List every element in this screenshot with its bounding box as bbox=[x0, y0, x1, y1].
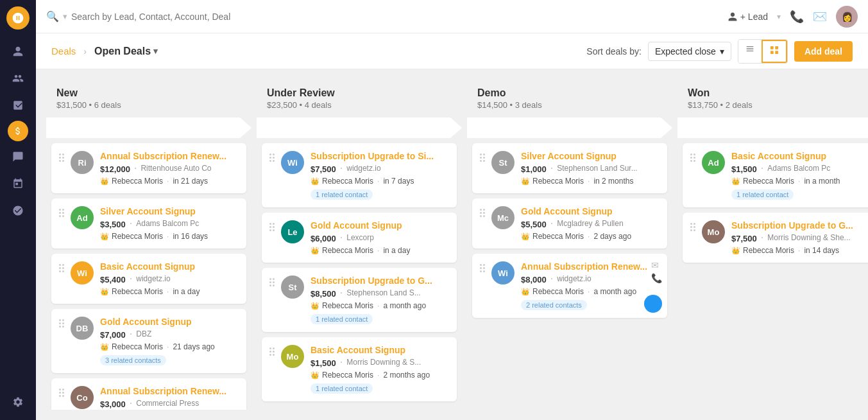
search-icon: 🔍 bbox=[46, 10, 59, 22]
column-header-demo: Demo $14,500 • 3 deals bbox=[467, 80, 672, 118]
drag-handle[interactable] bbox=[59, 264, 64, 272]
card-company: Morris Downing & S... bbox=[346, 358, 421, 367]
card-company: Stephenson Land Sur... bbox=[557, 164, 637, 173]
lead-dropdown-arrow[interactable]: ▾ bbox=[777, 12, 781, 21]
deal-card[interactable]: Ad Basic Account Signup $1,500 · Adams B… bbox=[683, 143, 868, 207]
card-time: a month ago bbox=[383, 301, 426, 310]
drag-handle[interactable] bbox=[690, 223, 695, 231]
deal-card[interactable]: Co Annual Subscription Renew... $3,000 ·… bbox=[51, 378, 246, 410]
card-avatar: Mo bbox=[281, 345, 304, 368]
deal-card[interactable]: Wi Subscription Upgrade to Si... $7,500 … bbox=[262, 143, 457, 207]
card-content: Gold Account Signup $7,000 · DBZ 👑 Rebec… bbox=[100, 317, 239, 365]
breadcrumb-deals[interactable]: Deals bbox=[51, 46, 76, 57]
card-owner: 👑 Rebecca Moris · in 14 days bbox=[731, 246, 868, 255]
drag-handle[interactable] bbox=[269, 278, 275, 286]
drag-handle[interactable] bbox=[59, 389, 64, 397]
card-owner: 👑 Rebecca Moris · 2 months ago bbox=[311, 371, 449, 380]
current-view-label[interactable]: Open Deals ▾ bbox=[94, 46, 158, 57]
deal-card[interactable]: Mo Basic Account Signup $1,500 · Morris … bbox=[262, 337, 457, 401]
card-avatar: DB bbox=[71, 317, 94, 340]
card-owner: 👑 Rebecca Moris · in 21 days bbox=[100, 177, 239, 186]
column-cards-new: Ri Annual Subscription Renew... $12,000 … bbox=[46, 143, 251, 410]
sidebar-item-integrations[interactable] bbox=[6, 199, 30, 222]
email-quick-icon[interactable]: ✉ bbox=[651, 260, 662, 270]
view-dropdown-arrow: ▾ bbox=[153, 46, 158, 56]
search-dropdown-trigger[interactable]: ▾ bbox=[63, 12, 67, 21]
drag-handle[interactable] bbox=[269, 153, 275, 162]
drag-handle[interactable] bbox=[59, 319, 64, 328]
add-deal-button[interactable]: Add deal bbox=[794, 41, 853, 62]
deal-card[interactable]: Mo Subscription Upgrade to G... $7,500 ·… bbox=[683, 213, 868, 263]
sidebar-item-reports[interactable] bbox=[6, 94, 30, 117]
drag-handle[interactable] bbox=[690, 153, 695, 162]
kanban-column-demo: Demo $14,500 • 3 deals St Silver Account… bbox=[467, 80, 672, 410]
deal-card[interactable]: St Subscription Upgrade to G... $8,500 ·… bbox=[262, 268, 457, 332]
deal-card[interactable]: Ad Silver Account Signup $3,500 · Adams … bbox=[51, 198, 246, 249]
card-amount: $5,500 bbox=[521, 220, 547, 229]
sort-dropdown[interactable]: Expected close ▾ bbox=[648, 42, 731, 61]
card-time: 2 days ago bbox=[593, 232, 631, 241]
card-amount: $7,500 bbox=[311, 164, 336, 174]
crown-icon: 👑 bbox=[731, 247, 740, 255]
card-avatar: Le bbox=[281, 220, 304, 243]
top-navigation: 🔍 ▾ + Lead ▾ 📞 ✉️ 👩 bbox=[36, 0, 868, 33]
deal-card[interactable]: St Silver Account Signup $1,000 · Stephe… bbox=[472, 143, 667, 193]
page-header: Deals › Open Deals ▾ Sort deals by: Expe… bbox=[36, 33, 868, 69]
sidebar-item-settings[interactable] bbox=[6, 390, 30, 414]
sidebar bbox=[0, 0, 36, 420]
drag-handle[interactable] bbox=[269, 223, 275, 231]
sidebar-item-contacts[interactable] bbox=[6, 40, 30, 63]
drag-handle[interactable] bbox=[269, 347, 275, 356]
card-company: Morris Downing & She... bbox=[767, 233, 850, 242]
card-header: St Subscription Upgrade to G... $8,500 ·… bbox=[269, 276, 449, 324]
card-amount: $7,500 bbox=[731, 234, 757, 243]
card-amount: $12,000 bbox=[100, 164, 130, 174]
card-owner: 👑 Rebecca Moris · a month ago bbox=[311, 301, 449, 310]
card-header: DB Gold Account Signup $7,000 · DBZ 👑 Re… bbox=[59, 317, 239, 365]
related-contact-badge: 1 related contact bbox=[311, 314, 373, 324]
deal-card[interactable]: Wi Basic Account Signup $5,400 · widgetz… bbox=[51, 254, 246, 304]
related-contact-badge: 1 related contact bbox=[311, 189, 373, 200]
column-meta: $14,500 • 3 deals bbox=[477, 100, 662, 110]
owner-name: Rebecca Moris bbox=[532, 177, 584, 186]
deal-card[interactable]: Le Gold Account Signup $6,000 · Lexcorp … bbox=[262, 213, 457, 263]
column-arrow-under-review bbox=[257, 118, 462, 138]
sidebar-item-calendar[interactable] bbox=[6, 172, 30, 195]
drag-handle[interactable] bbox=[480, 153, 485, 162]
column-spacer bbox=[672, 80, 677, 410]
search-input[interactable] bbox=[71, 12, 251, 22]
email-icon[interactable]: ✉️ bbox=[813, 10, 827, 24]
card-time: a month ago bbox=[593, 287, 636, 296]
sidebar-item-messages[interactable] bbox=[6, 145, 30, 168]
column-cards-demo: St Silver Account Signup $1,000 · Stephe… bbox=[467, 143, 672, 410]
kanban-column-under-review: Under Review $23,500 • 4 deals Wi Subscr… bbox=[257, 80, 462, 410]
user-avatar[interactable]: 👩 bbox=[836, 6, 858, 28]
phone-quick-icon[interactable]: 📞 bbox=[651, 273, 662, 283]
deal-card[interactable]: Ri Annual Subscription Renew... $12,000 … bbox=[51, 143, 246, 193]
card-time: in a day bbox=[173, 287, 200, 296]
card-content: Subscription Upgrade to G... $8,500 · St… bbox=[311, 276, 449, 324]
list-view-button[interactable] bbox=[738, 40, 762, 63]
sidebar-item-accounts[interactable] bbox=[6, 67, 30, 90]
card-amount: $6,000 bbox=[311, 234, 336, 243]
app-logo[interactable] bbox=[6, 6, 30, 30]
deal-card[interactable]: DB Gold Account Signup $7,000 · DBZ 👑 Re… bbox=[51, 309, 246, 373]
crown-icon: 👑 bbox=[521, 232, 530, 241]
related-contact-badge: 1 related contact bbox=[311, 383, 373, 394]
deal-card[interactable]: Wi Annual Subscription Renew... $8,000 ·… bbox=[472, 254, 667, 318]
card-title: Subscription Upgrade to Si... bbox=[311, 151, 449, 161]
kanban-view-button[interactable] bbox=[762, 40, 787, 63]
drag-handle[interactable] bbox=[480, 264, 485, 272]
sidebar-item-deals[interactable] bbox=[8, 121, 28, 141]
card-owner: 👑 Rebecca Moris · in a day bbox=[100, 287, 239, 296]
drag-handle[interactable] bbox=[59, 153, 64, 162]
topnav-right: + Lead ▾ 📞 ✉️ 👩 bbox=[728, 6, 858, 28]
phone-icon[interactable]: 📞 bbox=[790, 10, 804, 24]
add-lead-button[interactable]: + Lead bbox=[728, 12, 768, 22]
drag-handle[interactable] bbox=[480, 209, 485, 217]
owner-name: Rebecca Moris bbox=[743, 177, 794, 186]
deal-card[interactable]: Mc Gold Account Signup $5,500 · Mcgladre… bbox=[472, 198, 667, 249]
card-company: Stephenson Land S... bbox=[346, 288, 420, 297]
card-content: Basic Account Signup $5,400 · widgetz.io… bbox=[100, 261, 239, 296]
drag-handle[interactable] bbox=[59, 209, 64, 217]
